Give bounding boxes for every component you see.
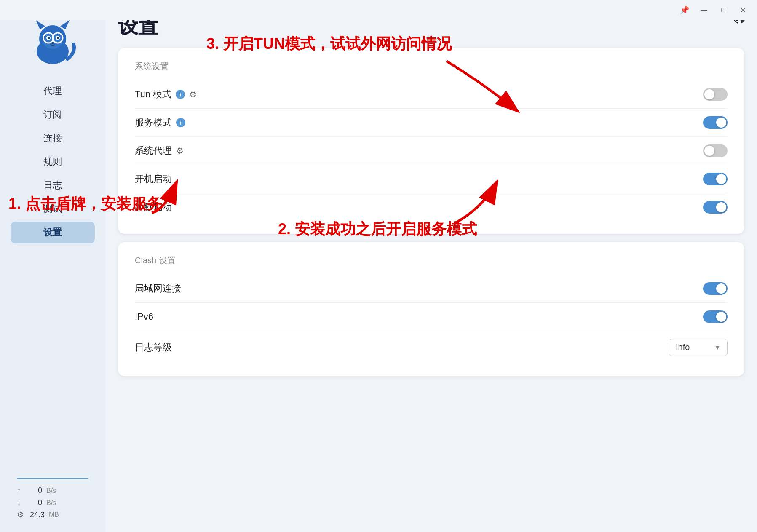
system-proxy-toggle-thumb [704, 146, 714, 156]
service-mode-toggle[interactable] [703, 116, 728, 129]
tun-mode-row: Tun 模式 i ⚙ [135, 80, 728, 109]
silent-start-toggle-thumb [716, 202, 726, 212]
service-mode-toggle-thumb [716, 118, 726, 128]
silent-start-toggle-track [703, 201, 728, 214]
sidebar-item-rules[interactable]: 规则 [11, 151, 95, 173]
ipv6-toggle-track [703, 310, 728, 323]
lan-connection-label: 局域网连接 [135, 282, 181, 295]
memory-stat: ⚙ 24.3 MB [17, 510, 88, 519]
system-proxy-gear-icon[interactable]: ⚙ [176, 146, 184, 156]
lan-connection-row: 局域网连接 [135, 275, 728, 303]
svg-marker-3 [60, 20, 70, 29]
main-content: 设置 系统设置 Tun 模式 i ⚙ 服务 [105, 0, 757, 532]
title-bar: 📌 — □ ✕ [0, 0, 757, 20]
tun-mode-label: Tun 模式 i ⚙ [135, 88, 197, 101]
sidebar-item-settings[interactable]: 设置 [11, 222, 95, 243]
log-level-dropdown[interactable]: Info ▼ [669, 339, 728, 356]
clash-settings-title: Clash 设置 [135, 255, 728, 266]
download-arrow-icon: ↓ [17, 498, 21, 508]
auto-start-label: 开机启动 [135, 173, 172, 185]
nav-items: 代理 订阅 连接 规则 日志 测试 设置 [0, 80, 105, 478]
upload-value: 0 [25, 486, 42, 495]
service-mode-toggle-track [703, 116, 728, 129]
auto-start-row: 开机启动 [135, 165, 728, 193]
silent-start-row: 静默启动 [135, 193, 728, 221]
silent-start-toggle[interactable] [703, 201, 728, 214]
lan-connection-toggle-thumb [716, 283, 726, 294]
sidebar-bottom: ↑ 0 B/s ↓ 0 B/s ⚙ 24.3 MB [0, 478, 105, 524]
cat-logo-icon [27, 17, 78, 67]
tun-mode-gear-icon[interactable]: ⚙ [189, 89, 197, 99]
ipv6-row: IPv6 [135, 303, 728, 331]
ipv6-toggle-thumb [716, 312, 726, 322]
auto-start-toggle[interactable] [703, 173, 728, 185]
svg-point-11 [57, 37, 59, 39]
system-proxy-toggle[interactable] [703, 144, 728, 157]
auto-start-toggle-thumb [716, 174, 726, 184]
download-value: 0 [25, 498, 42, 507]
pin-button[interactable]: 📌 [679, 4, 690, 16]
upload-unit: B/s [46, 487, 56, 495]
maximize-button[interactable]: □ [717, 4, 729, 16]
system-proxy-toggle-track [703, 144, 728, 157]
sidebar-item-logs[interactable]: 日志 [11, 174, 95, 196]
system-settings-panel: 系统设置 Tun 模式 i ⚙ 服务模式 i [118, 48, 744, 234]
clash-settings-panel: Clash 设置 局域网连接 IPv6 [118, 242, 744, 376]
silent-start-label: 静默启动 [135, 201, 172, 214]
memory-icon: ⚙ [17, 510, 24, 519]
system-proxy-label: 系统代理 ⚙ [135, 144, 184, 157]
ipv6-label: IPv6 [135, 311, 153, 322]
service-mode-info-icon[interactable]: i [176, 118, 185, 127]
sidebar: 代理 订阅 连接 规则 日志 测试 设置 [0, 0, 105, 532]
minimize-button[interactable]: — [698, 4, 710, 16]
log-level-value: Info [676, 342, 690, 352]
upload-arrow-icon: ↑ [17, 486, 21, 495]
memory-unit: MB [49, 511, 59, 519]
system-settings-title: 系统设置 [135, 61, 728, 72]
sidebar-divider [17, 478, 88, 479]
service-mode-label: 服务模式 i [135, 116, 185, 129]
sidebar-item-connection[interactable]: 连接 [11, 127, 95, 149]
dropdown-arrow-icon: ▼ [714, 344, 720, 351]
system-proxy-row: 系统代理 ⚙ [135, 137, 728, 165]
tun-mode-toggle-track [703, 88, 728, 101]
lan-connection-toggle-track [703, 282, 728, 295]
auto-start-toggle-track [703, 173, 728, 185]
service-mode-row: 服务模式 i [135, 109, 728, 137]
tun-mode-toggle-thumb [704, 89, 714, 99]
sidebar-item-test[interactable]: 测试 [11, 198, 95, 220]
download-stat: ↓ 0 B/s [17, 498, 88, 508]
svg-marker-2 [36, 20, 45, 29]
sidebar-item-proxy[interactable]: 代理 [11, 80, 95, 102]
svg-point-12 [51, 42, 54, 44]
tun-mode-info-icon[interactable]: i [176, 90, 185, 99]
close-button[interactable]: ✕ [737, 4, 749, 16]
logo-area [27, 17, 78, 67]
log-level-row: 日志等级 Info ▼ [135, 331, 728, 364]
svg-point-10 [48, 37, 50, 39]
ipv6-toggle[interactable] [703, 310, 728, 323]
memory-value: 24.3 [28, 511, 45, 519]
upload-stat: ↑ 0 B/s [17, 486, 88, 495]
sidebar-item-subscribe[interactable]: 订阅 [11, 104, 95, 126]
tun-mode-toggle[interactable] [703, 88, 728, 101]
download-unit: B/s [46, 499, 56, 507]
sidebar-stats: ↑ 0 B/s ↓ 0 B/s ⚙ 24.3 MB [8, 486, 97, 519]
log-level-label: 日志等级 [135, 341, 172, 354]
lan-connection-toggle[interactable] [703, 282, 728, 295]
app-container: 代理 订阅 连接 规则 日志 测试 设置 [0, 0, 757, 532]
